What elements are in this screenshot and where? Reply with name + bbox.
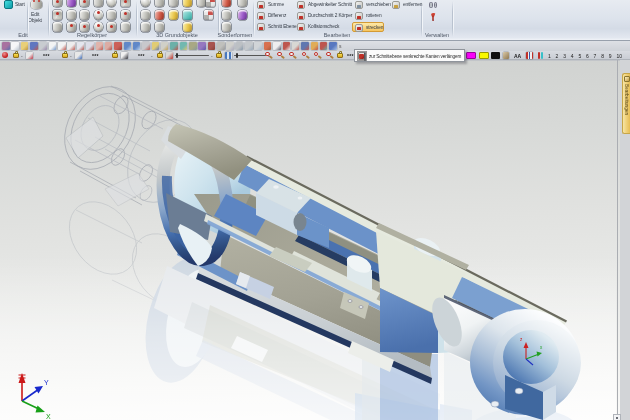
svg-text:X: X (46, 413, 51, 420)
svg-text:Y: Y (44, 379, 49, 386)
